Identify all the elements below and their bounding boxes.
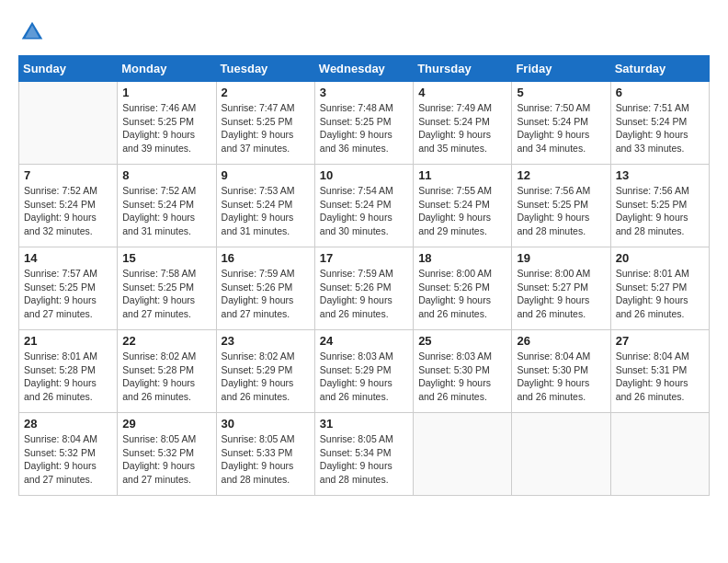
day-info: Sunrise: 7:54 AM Sunset: 5:24 PM Dayligh… <box>320 184 408 238</box>
calendar-cell: 30Sunrise: 8:05 AM Sunset: 5:33 PM Dayli… <box>216 413 314 496</box>
calendar-cell: 16Sunrise: 7:59 AM Sunset: 5:26 PM Dayli… <box>216 247 314 330</box>
calendar-cell: 9Sunrise: 7:53 AM Sunset: 5:24 PM Daylig… <box>216 165 314 247</box>
calendar-cell: 29Sunrise: 8:05 AM Sunset: 5:32 PM Dayli… <box>118 413 216 496</box>
day-number: 27 <box>616 334 704 348</box>
day-number: 14 <box>24 251 112 265</box>
day-number: 21 <box>24 334 112 348</box>
calendar-cell: 23Sunrise: 8:02 AM Sunset: 5:29 PM Dayli… <box>216 330 314 413</box>
day-number: 12 <box>517 168 605 182</box>
day-info: Sunrise: 8:05 AM Sunset: 5:33 PM Dayligh… <box>222 432 310 487</box>
calendar-cell: 11Sunrise: 7:55 AM Sunset: 5:24 PM Dayli… <box>414 165 512 247</box>
day-info: Sunrise: 7:46 AM Sunset: 5:25 PM Dayligh… <box>122 101 210 155</box>
day-info: Sunrise: 7:53 AM Sunset: 5:24 PM Dayligh… <box>222 184 310 238</box>
day-info: Sunrise: 7:56 AM Sunset: 5:25 PM Dayligh… <box>616 184 704 238</box>
day-info: Sunrise: 8:04 AM Sunset: 5:32 PM Dayligh… <box>24 432 112 487</box>
day-number: 11 <box>418 168 506 182</box>
calendar-cell: 10Sunrise: 7:54 AM Sunset: 5:24 PM Dayli… <box>314 165 413 247</box>
weekday-header-sunday: Sunday <box>19 56 118 82</box>
day-info: Sunrise: 7:56 AM Sunset: 5:25 PM Dayligh… <box>517 184 605 238</box>
logo <box>18 18 50 46</box>
day-info: Sunrise: 7:47 AM Sunset: 5:25 PM Dayligh… <box>222 101 310 155</box>
calendar-cell: 3Sunrise: 7:48 AM Sunset: 5:25 PM Daylig… <box>314 82 413 165</box>
calendar-cell: 22Sunrise: 8:02 AM Sunset: 5:28 PM Dayli… <box>118 330 216 413</box>
day-info: Sunrise: 7:52 AM Sunset: 5:24 PM Dayligh… <box>24 184 112 238</box>
day-number: 29 <box>122 417 210 431</box>
calendar-cell: 20Sunrise: 8:01 AM Sunset: 5:27 PM Dayli… <box>610 247 709 330</box>
day-number: 28 <box>24 417 112 431</box>
day-number: 19 <box>517 251 605 265</box>
calendar-week-row: 7Sunrise: 7:52 AM Sunset: 5:24 PM Daylig… <box>19 165 710 247</box>
day-number: 5 <box>517 86 605 99</box>
day-info: Sunrise: 8:02 AM Sunset: 5:28 PM Dayligh… <box>122 350 210 404</box>
day-number: 6 <box>616 86 704 99</box>
calendar-cell: 17Sunrise: 7:59 AM Sunset: 5:26 PM Dayli… <box>314 247 413 330</box>
day-number: 9 <box>222 168 310 182</box>
day-info: Sunrise: 8:01 AM Sunset: 5:28 PM Dayligh… <box>24 350 112 404</box>
day-info: Sunrise: 7:58 AM Sunset: 5:25 PM Dayligh… <box>122 267 210 321</box>
calendar-cell: 8Sunrise: 7:52 AM Sunset: 5:24 PM Daylig… <box>118 165 216 247</box>
day-info: Sunrise: 7:59 AM Sunset: 5:26 PM Dayligh… <box>320 267 408 321</box>
day-number: 17 <box>320 251 408 265</box>
calendar-week-row: 28Sunrise: 8:04 AM Sunset: 5:32 PM Dayli… <box>19 413 710 496</box>
day-info: Sunrise: 8:05 AM Sunset: 5:32 PM Dayligh… <box>122 432 210 487</box>
day-info: Sunrise: 7:48 AM Sunset: 5:25 PM Dayligh… <box>320 101 408 155</box>
day-info: Sunrise: 7:49 AM Sunset: 5:24 PM Dayligh… <box>418 101 506 155</box>
day-info: Sunrise: 7:57 AM Sunset: 5:25 PM Dayligh… <box>24 267 112 321</box>
calendar-cell: 12Sunrise: 7:56 AM Sunset: 5:25 PM Dayli… <box>512 165 610 247</box>
calendar-cell: 18Sunrise: 8:00 AM Sunset: 5:26 PM Dayli… <box>414 247 512 330</box>
calendar-cell: 31Sunrise: 8:05 AM Sunset: 5:34 PM Dayli… <box>314 413 413 496</box>
calendar-week-row: 21Sunrise: 8:01 AM Sunset: 5:28 PM Dayli… <box>19 330 710 413</box>
calendar-cell: 13Sunrise: 7:56 AM Sunset: 5:25 PM Dayli… <box>610 165 709 247</box>
calendar-cell: 28Sunrise: 8:04 AM Sunset: 5:32 PM Dayli… <box>19 413 118 496</box>
day-number: 4 <box>418 86 506 99</box>
day-number: 2 <box>222 86 310 99</box>
weekday-header-monday: Monday <box>118 56 216 82</box>
day-info: Sunrise: 8:01 AM Sunset: 5:27 PM Dayligh… <box>616 267 704 321</box>
day-number: 8 <box>122 168 210 182</box>
calendar-cell: 14Sunrise: 7:57 AM Sunset: 5:25 PM Dayli… <box>19 247 118 330</box>
day-number: 7 <box>24 168 112 182</box>
logo-icon <box>18 18 46 46</box>
calendar-cell: 15Sunrise: 7:58 AM Sunset: 5:25 PM Dayli… <box>118 247 216 330</box>
day-number: 31 <box>320 417 408 431</box>
calendar-cell <box>19 82 118 165</box>
day-info: Sunrise: 8:00 AM Sunset: 5:26 PM Dayligh… <box>418 267 506 321</box>
calendar-cell: 25Sunrise: 8:03 AM Sunset: 5:30 PM Dayli… <box>414 330 512 413</box>
day-info: Sunrise: 8:02 AM Sunset: 5:29 PM Dayligh… <box>222 350 310 404</box>
calendar-cell <box>512 413 610 496</box>
day-number: 16 <box>222 251 310 265</box>
day-number: 20 <box>616 251 704 265</box>
day-number: 26 <box>517 334 605 348</box>
day-info: Sunrise: 7:50 AM Sunset: 5:24 PM Dayligh… <box>517 101 605 155</box>
day-number: 24 <box>320 334 408 348</box>
calendar-cell: 21Sunrise: 8:01 AM Sunset: 5:28 PM Dayli… <box>19 330 118 413</box>
calendar-table: SundayMondayTuesdayWednesdayThursdayFrid… <box>18 55 710 496</box>
day-number: 15 <box>122 251 210 265</box>
calendar-header: SundayMondayTuesdayWednesdayThursdayFrid… <box>19 56 710 82</box>
calendar-cell <box>414 413 512 496</box>
calendar-cell: 24Sunrise: 8:03 AM Sunset: 5:29 PM Dayli… <box>314 330 413 413</box>
day-info: Sunrise: 7:51 AM Sunset: 5:24 PM Dayligh… <box>616 101 704 155</box>
day-info: Sunrise: 8:04 AM Sunset: 5:30 PM Dayligh… <box>517 350 605 404</box>
day-number: 23 <box>222 334 310 348</box>
page-header <box>18 18 710 46</box>
calendar-cell: 2Sunrise: 7:47 AM Sunset: 5:25 PM Daylig… <box>216 82 314 165</box>
calendar-cell: 7Sunrise: 7:52 AM Sunset: 5:24 PM Daylig… <box>19 165 118 247</box>
weekday-header-thursday: Thursday <box>414 56 512 82</box>
day-info: Sunrise: 7:59 AM Sunset: 5:26 PM Dayligh… <box>222 267 310 321</box>
calendar-week-row: 14Sunrise: 7:57 AM Sunset: 5:25 PM Dayli… <box>19 247 710 330</box>
day-info: Sunrise: 7:55 AM Sunset: 5:24 PM Dayligh… <box>418 184 506 238</box>
day-info: Sunrise: 8:04 AM Sunset: 5:31 PM Dayligh… <box>616 350 704 404</box>
day-number: 10 <box>320 168 408 182</box>
day-number: 18 <box>418 251 506 265</box>
calendar-cell: 27Sunrise: 8:04 AM Sunset: 5:31 PM Dayli… <box>610 330 709 413</box>
calendar-cell: 1Sunrise: 7:46 AM Sunset: 5:25 PM Daylig… <box>118 82 216 165</box>
day-info: Sunrise: 7:52 AM Sunset: 5:24 PM Dayligh… <box>122 184 210 238</box>
day-info: Sunrise: 8:05 AM Sunset: 5:34 PM Dayligh… <box>320 432 408 487</box>
calendar-cell: 4Sunrise: 7:49 AM Sunset: 5:24 PM Daylig… <box>414 82 512 165</box>
weekday-header-saturday: Saturday <box>610 56 709 82</box>
weekday-header-friday: Friday <box>512 56 610 82</box>
weekday-header-wednesday: Wednesday <box>314 56 413 82</box>
day-number: 3 <box>320 86 408 99</box>
day-info: Sunrise: 8:03 AM Sunset: 5:30 PM Dayligh… <box>418 350 506 404</box>
